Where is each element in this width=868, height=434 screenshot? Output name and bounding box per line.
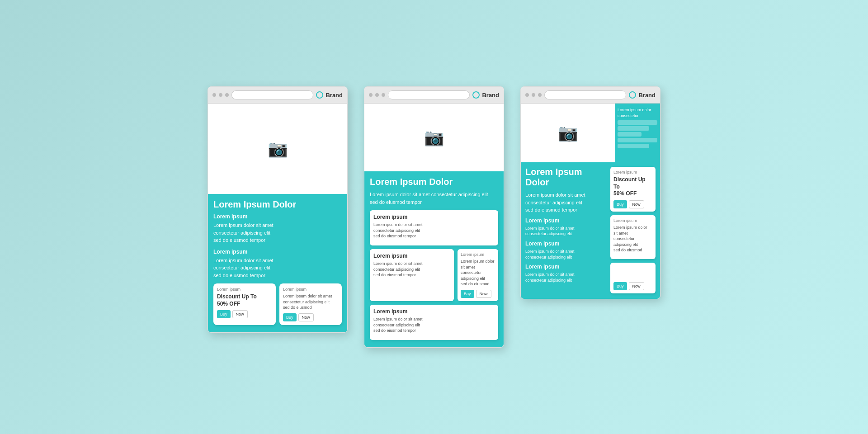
sidebar-bar-1 — [618, 120, 657, 125]
brand-label-2: Brand — [482, 92, 499, 99]
right-card-3a: Lorem ipsum Discount Up To50% OFF Buy No… — [610, 167, 656, 212]
mockup3-main-content: Lorem Ipsum Dolor Lorem ipsum dolor sit … — [521, 162, 660, 299]
camera-icon-1: 📷 — [268, 139, 288, 158]
address-bar-3[interactable] — [544, 90, 626, 99]
sub-title-1a: Lorem ipsum — [213, 213, 342, 220]
main-desc-2: Lorem ipsum dolor sit amet consectetur a… — [370, 191, 498, 206]
mockups-container: Brand 📷 Lorem Ipsum Dolor Lorem ipsum Lo… — [208, 86, 660, 348]
dot-2 — [219, 93, 222, 97]
main-title-1: Lorem Ipsum Dolor — [213, 199, 342, 210]
buy-button-2[interactable]: Buy — [461, 290, 474, 298]
left-item-3b: Lorem ipsum Lorem ipsum dolor sit ametco… — [525, 241, 608, 260]
brand-circle-3 — [629, 91, 636, 99]
right-card-3c: Buy Now — [610, 263, 656, 293]
list-item-2a: Lorem ipsum Lorem ipsum dolor sit ametco… — [370, 210, 498, 245]
browser-bar-2: Brand — [364, 87, 504, 104]
right-card-3b-desc: Lorem ipsum dolor sit ametconsectetur ad… — [613, 225, 652, 253]
right-card-3b-label: Lorem ipsum — [613, 218, 652, 223]
content-list-2: Lorem ipsum Lorem ipsum dolor sit ametco… — [370, 210, 498, 340]
list-item-2b-desc: Lorem ipsum dolor sit ametconsectetur ad… — [373, 261, 450, 278]
phone-content-3: 📷 Lorem ipsum dolor consectetur Lorem Ip… — [521, 104, 660, 299]
now-button-1b[interactable]: Now — [298, 313, 314, 321]
card-1b-buttons: Buy Now — [283, 313, 338, 321]
right-card-3a-buttons: Buy Now — [613, 200, 652, 208]
dot-6 — [382, 93, 385, 97]
dot-4 — [369, 93, 373, 97]
brand-circle-1 — [316, 91, 323, 99]
right-card-3a-label: Lorem ipsum — [613, 170, 652, 175]
side-card-2: Lorem ipsum Lorem ipsum dolor sit amet c… — [458, 249, 498, 301]
sidebar-bar-2 — [618, 126, 649, 131]
browser-bar-1: Brand — [208, 87, 347, 104]
list-item-2b: Lorem ipsum Lorem ipsum dolor sit ametco… — [370, 249, 454, 301]
card-1a: Lorem ipsum Discount Up To 50% OFF Buy N… — [213, 283, 276, 325]
list-item-2c-label: Lorem ipsum — [373, 308, 495, 315]
right-card-3c-desc — [613, 266, 652, 279]
brand-area-1: Brand — [316, 91, 343, 99]
now-button-2[interactable]: Now — [476, 290, 491, 298]
content-area-1: Lorem Ipsum Dolor Lorem ipsum Lorem ipsu… — [208, 194, 347, 332]
dot-7 — [525, 93, 529, 97]
address-bar-2[interactable] — [388, 90, 470, 99]
right-card-3c-buttons: Buy Now — [613, 282, 652, 290]
image-placeholder-3: 📷 — [521, 104, 615, 162]
now-button-3a[interactable]: Now — [629, 200, 644, 208]
card-1b-desc: Lorem ipsum dolor sit amet consectetur a… — [283, 293, 338, 311]
now-button-3c[interactable]: Now — [629, 282, 644, 290]
main-desc-1b: Lorem ipsum dolor sit amet consectetur a… — [213, 257, 342, 279]
side-card-2-label: Lorem ipsum — [461, 252, 495, 257]
card-1b-label: Lorem ipsum — [283, 287, 338, 292]
left-item-3a: Lorem ipsum Lorem ipsum dolor sit ametco… — [525, 217, 608, 237]
card-1a-title: Discount Up To 50% OFF — [217, 293, 272, 307]
dot-9 — [538, 93, 542, 97]
card-1a-buttons: Buy Now — [217, 310, 272, 318]
main-title-2: Lorem Ipsum Dolor — [370, 177, 498, 187]
sidebar-text-3: Lorem ipsum dolor consectetur — [618, 107, 657, 118]
buy-button-3a[interactable]: Buy — [613, 200, 627, 208]
left-item-3c-desc: Lorem ipsum dolor sit ametconsectetur ad… — [525, 272, 608, 283]
camera-icon-2: 📷 — [424, 128, 444, 147]
buy-button-3c[interactable]: Buy — [613, 282, 627, 290]
mockup-3: Brand 📷 Lorem ipsum dolor consectetur — [520, 86, 660, 299]
left-item-3a-label: Lorem ipsum — [525, 217, 608, 224]
address-bar-1[interactable] — [231, 90, 313, 99]
now-button-1a[interactable]: Now — [232, 310, 248, 318]
image-placeholder-2: 📷 — [364, 104, 504, 171]
dot-5 — [375, 93, 379, 97]
brand-label-3: Brand — [638, 92, 656, 99]
side-card-2-buttons: Buy Now — [461, 290, 495, 298]
brand-area-2: Brand — [472, 91, 499, 99]
buy-button-1a[interactable]: Buy — [217, 310, 231, 318]
brand-circle-2 — [472, 91, 480, 99]
sidebar-bar-5 — [618, 144, 649, 148]
left-item-3a-desc: Lorem ipsum dolor sit ametconsectetur ad… — [525, 226, 608, 237]
mockup-1: Brand 📷 Lorem Ipsum Dolor Lorem ipsum Lo… — [208, 86, 348, 333]
top-section-3: 📷 Lorem ipsum dolor consectetur — [521, 104, 660, 162]
sub-title-1b: Lorem ipsum — [213, 249, 342, 255]
list-item-2b-label: Lorem ipsum — [373, 253, 450, 259]
image-placeholder-1: 📷 — [208, 104, 347, 194]
sidebar-bar-3 — [618, 132, 642, 137]
camera-icon-3: 📷 — [558, 123, 578, 142]
main-desc-3: Lorem ipsum dolor sit amet consectetur a… — [525, 191, 608, 214]
brand-label-1: Brand — [326, 92, 343, 99]
list-item-2b-row: Lorem ipsum Lorem ipsum dolor sit ametco… — [370, 249, 498, 301]
side-card-2-desc: Lorem ipsum dolor sit amet consectetur a… — [461, 259, 495, 287]
mockup3-right: Lorem ipsum Discount Up To50% OFF Buy No… — [610, 167, 656, 293]
left-item-3c: Lorem ipsum Lorem ipsum dolor sit ametco… — [525, 264, 608, 283]
card-1b: Lorem ipsum Lorem ipsum dolor sit amet c… — [279, 283, 342, 325]
right-card-3b: Lorem ipsum Lorem ipsum dolor sit ametco… — [610, 215, 656, 259]
dot-3 — [225, 93, 229, 97]
left-item-3b-label: Lorem ipsum — [525, 241, 608, 247]
mockup-2: Brand 📷 Lorem Ipsum Dolor Lorem ipsum do… — [364, 86, 504, 348]
content-area-2: Lorem Ipsum Dolor Lorem ipsum dolor sit … — [364, 171, 504, 347]
left-item-3b-desc: Lorem ipsum dolor sit ametconsectetur ad… — [525, 249, 608, 260]
mockup3-left: Lorem Ipsum Dolor Lorem ipsum dolor sit … — [525, 167, 608, 293]
dot-8 — [532, 93, 535, 97]
cards-row-1: Lorem ipsum Discount Up To 50% OFF Buy N… — [213, 283, 342, 325]
sidebar-top-3: Lorem ipsum dolor consectetur — [615, 104, 660, 162]
list-item-2c: Lorem ipsum Lorem ipsum dolor sit ametco… — [370, 305, 498, 340]
list-item-2c-desc: Lorem ipsum dolor sit ametconsectetur ad… — [373, 316, 495, 334]
right-card-3a-title: Discount Up To50% OFF — [613, 176, 652, 198]
buy-button-1b[interactable]: Buy — [283, 313, 297, 321]
